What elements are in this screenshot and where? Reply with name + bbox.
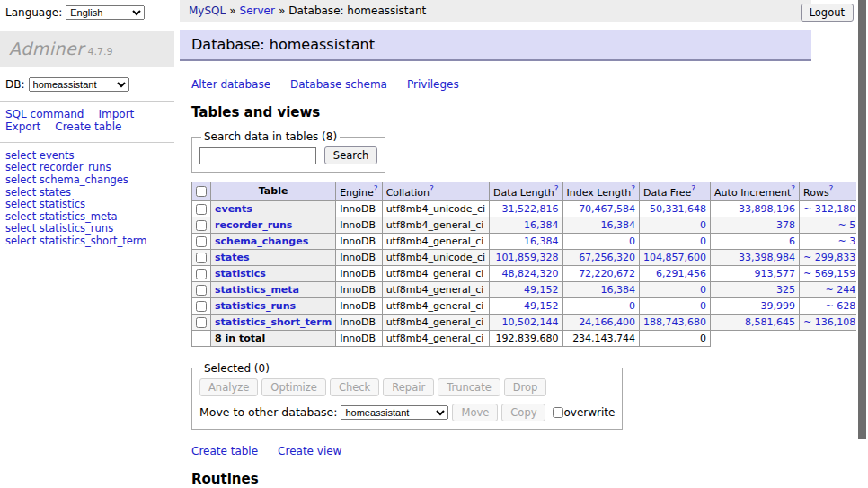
select-all-checkbox[interactable]	[196, 186, 207, 197]
cell-value-link[interactable]: 101,859,328	[496, 252, 559, 263]
cell-value-link[interactable]: 33,398,984	[739, 252, 795, 263]
cell-value-link[interactable]: 0	[700, 300, 706, 312]
help-link[interactable]: ?	[829, 184, 834, 193]
cell-value-link[interactable]: ~ 312,180	[803, 203, 855, 215]
cell-value-link[interactable]: 72,220,672	[579, 268, 635, 279]
cell-value-link[interactable]: 0	[700, 235, 706, 247]
cell-value-link[interactable]: 0	[629, 235, 635, 247]
cell-value-link[interactable]: ~ 136,108	[803, 316, 855, 328]
cell-value-link[interactable]: 16,384	[524, 219, 559, 231]
cell-value-link[interactable]: 6	[789, 235, 795, 247]
table-name-link[interactable]: schema_changes	[215, 235, 308, 247]
cell-value-link[interactable]: ~ 244	[825, 284, 855, 296]
cell-value-link[interactable]: 70,467,584	[579, 203, 635, 215]
row-checkbox[interactable]	[196, 317, 207, 328]
cell-value-link[interactable]: 913,577	[755, 268, 796, 279]
sidebar-select-link[interactable]: select statistics	[5, 199, 169, 211]
logout-button[interactable]: Logout	[801, 4, 854, 22]
database-action-link[interactable]: Database schema	[290, 78, 387, 91]
table-name-link[interactable]: statistics_meta	[215, 284, 299, 296]
cell-value-link[interactable]: ~ 299,833	[803, 252, 855, 263]
cell-value-link[interactable]: 49,152	[524, 284, 559, 296]
create-link[interactable]: Create table	[191, 445, 258, 457]
help-link[interactable]: ?	[691, 184, 695, 193]
sidebar-command-link[interactable]: SQL command	[5, 108, 84, 120]
breadcrumb-link-mysql[interactable]: MySQL	[189, 4, 226, 17]
cell-value-link[interactable]: 10,502,144	[502, 316, 559, 328]
cell-value-link[interactable]: ~ 3	[837, 235, 855, 247]
cell-value-link[interactable]: ~ 628	[825, 300, 855, 312]
cell-value-link[interactable]: 24,166,400	[579, 316, 635, 328]
bulk-action-button-analyze[interactable]: Analyze	[199, 378, 258, 396]
language-select[interactable]: English	[66, 5, 145, 20]
cell-value-link[interactable]: 104,857,600	[643, 252, 706, 263]
row-checkbox[interactable]	[196, 285, 207, 296]
cell-value-link[interactable]: 0	[629, 300, 635, 312]
scrollbar[interactable]	[856, 0, 868, 488]
table-name-link[interactable]: statistics_short_term	[215, 316, 332, 328]
bulk-action-button-optimize[interactable]: Optimize	[261, 378, 326, 396]
sidebar-select-link[interactable]: select events	[5, 150, 169, 163]
move-db-select[interactable]: homeassistant	[341, 405, 448, 420]
cell-value-link[interactable]: 0	[700, 284, 706, 296]
cell-value-link[interactable]: 49,152	[524, 300, 559, 312]
bulk-action-button-repair[interactable]: Repair	[383, 378, 434, 396]
sidebar-select-link[interactable]: select recorder_runs	[5, 162, 169, 174]
table-name-link[interactable]: states	[215, 252, 250, 263]
bulk-action-button-check[interactable]: Check	[330, 378, 379, 396]
sidebar-command-link[interactable]: Create table	[55, 120, 121, 133]
cell-value-link[interactable]: 16,384	[601, 284, 636, 296]
bulk-action-button-drop[interactable]: Drop	[504, 378, 547, 396]
sidebar-command-link[interactable]: Export	[5, 120, 40, 133]
breadcrumb-link-server[interactable]: Server	[240, 4, 275, 17]
sidebar-select-link[interactable]: select statistics_runs	[5, 223, 169, 235]
bulk-action-button-truncate[interactable]: Truncate	[438, 378, 500, 396]
table-name-link[interactable]: recorder_runs	[215, 219, 292, 231]
cell-value-link[interactable]: 16,384	[601, 219, 636, 231]
db-select[interactable]: homeassistant	[29, 77, 129, 92]
table-name-link[interactable]: statistics	[215, 268, 266, 279]
cell-value-link[interactable]: 8,581,645	[745, 316, 795, 328]
sidebar-select-link[interactable]: select schema_changes	[5, 174, 169, 187]
table-name-link[interactable]: events	[215, 203, 252, 215]
help-link[interactable]: ?	[791, 184, 795, 193]
cell-value-link[interactable]: 325	[776, 284, 795, 296]
cell-value-link[interactable]: 378	[776, 219, 795, 231]
search-input[interactable]	[199, 147, 316, 164]
row-checkbox[interactable]	[196, 301, 207, 312]
search-button[interactable]: Search	[324, 146, 378, 164]
cell-value-link[interactable]: ~ 5	[837, 219, 855, 231]
row-checkbox[interactable]	[196, 204, 207, 215]
help-link[interactable]: ?	[631, 184, 635, 193]
database-action-link[interactable]: Alter database	[191, 78, 270, 91]
scrollbar-thumb[interactable]	[858, 0, 866, 439]
help-link[interactable]: ?	[374, 184, 378, 193]
row-checkbox[interactable]	[196, 236, 207, 247]
cell-value-link[interactable]: 67,256,320	[579, 252, 635, 263]
cell-value-link[interactable]: 48,824,320	[502, 268, 559, 279]
cell-value-link[interactable]: 188,743,680	[643, 316, 706, 328]
cell-value-link[interactable]: 33,898,196	[739, 203, 795, 215]
table-name-link[interactable]: statistics_runs	[215, 300, 296, 312]
cell-value-link[interactable]: ~ 569,159	[803, 268, 855, 279]
cell-value-link[interactable]: 0	[700, 219, 706, 231]
sidebar-command-link[interactable]: Import	[98, 108, 134, 120]
row-checkbox[interactable]	[196, 253, 207, 263]
cell-value-link[interactable]: 50,331,648	[650, 203, 706, 215]
sidebar-select-link[interactable]: select statistics_meta	[5, 211, 169, 224]
cell-value-link[interactable]: 16,384	[524, 235, 559, 247]
copy-button[interactable]: Copy	[501, 404, 545, 421]
sidebar-select-link[interactable]: select statistics_short_term	[5, 235, 169, 248]
database-action-link[interactable]: Privileges	[407, 78, 459, 91]
overwrite-checkbox[interactable]	[553, 407, 563, 418]
sidebar-select-link[interactable]: select states	[5, 187, 169, 200]
move-button[interactable]: Move	[452, 404, 498, 421]
help-link[interactable]: ?	[554, 184, 559, 193]
cell-value-link[interactable]: 31,522,816	[502, 203, 559, 215]
create-link[interactable]: Create view	[278, 445, 341, 457]
cell-value-link[interactable]: 6,291,456	[656, 268, 706, 279]
row-checkbox[interactable]	[196, 220, 207, 231]
row-checkbox[interactable]	[196, 269, 207, 279]
cell-value-link[interactable]: 39,999	[761, 300, 796, 312]
help-link[interactable]: ?	[430, 184, 434, 193]
